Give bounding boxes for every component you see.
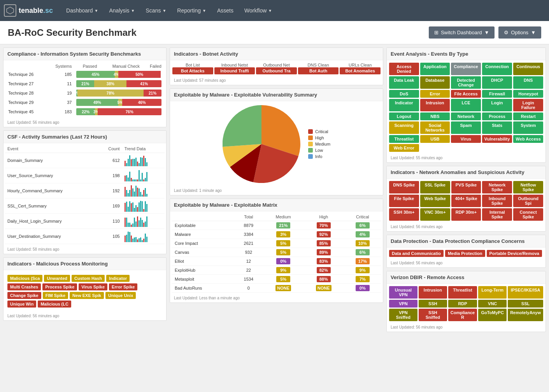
medium-pct[interactable]: 5%: [276, 249, 290, 255]
medium-pct[interactable]: 5%: [276, 276, 290, 282]
event-tag[interactable]: Data Leak: [389, 76, 419, 89]
critical-pct[interactable]: 17%: [356, 258, 370, 264]
botnet-tag[interactable]: Bot Anomalies: [340, 67, 381, 74]
malicious-tag[interactable]: Unique Unix: [105, 292, 136, 299]
event-tag[interactable]: Firewall: [482, 90, 512, 98]
event-tag[interactable]: DNS: [513, 76, 543, 89]
event-tag[interactable]: Detected Change: [451, 76, 481, 89]
nav-reporting[interactable]: Reporting ▼: [172, 0, 212, 21]
malicious-tag[interactable]: Multi Crashes: [7, 283, 41, 290]
network-anomaly-tag[interactable]: 404+ Spike: [451, 195, 481, 207]
network-anomaly-tag[interactable]: RDP 30m+: [451, 208, 481, 221]
malicious-tag[interactable]: Error Spike: [109, 283, 137, 290]
event-tag[interactable]: USB: [420, 135, 450, 143]
malicious-tag[interactable]: Process Spike: [42, 283, 77, 290]
critical-pct[interactable]: 0%: [356, 285, 370, 291]
nav-scans[interactable]: Scans ▼: [140, 0, 172, 21]
verizon-tag[interactable]: Compliance R: [448, 309, 477, 321]
event-tag[interactable]: Restart: [513, 113, 543, 120]
network-anomaly-tag[interactable]: SSH 30m+: [389, 208, 419, 221]
event-tag[interactable]: Scanning: [389, 121, 419, 134]
event-tag[interactable]: Virus: [451, 135, 481, 143]
event-tag[interactable]: Honeypot: [513, 90, 543, 98]
medium-pct[interactable]: 21%: [276, 222, 290, 229]
options-button[interactable]: ⚙ Options ▼: [498, 26, 541, 39]
botnet-tag[interactable]: Bot Attacks: [172, 67, 213, 74]
malicious-tag[interactable]: Custom Hash: [72, 275, 105, 282]
verizon-tag[interactable]: SSL: [508, 300, 543, 308]
critical-pct[interactable]: 9%: [356, 267, 370, 273]
medium-pct[interactable]: NONE: [275, 285, 291, 291]
medium-pct[interactable]: 3%: [276, 231, 290, 237]
event-tag[interactable]: Logout: [389, 113, 419, 120]
malicious-tag[interactable]: Virus Spike: [79, 283, 107, 290]
event-tag[interactable]: Process: [482, 113, 512, 120]
nav-analysis[interactable]: Analysis ▼: [103, 0, 140, 21]
medium-pct[interactable]: 5%: [276, 240, 290, 246]
malicious-tag[interactable]: Unique Win: [7, 301, 36, 308]
network-anomaly-tag[interactable]: Internal Spike: [482, 208, 512, 221]
critical-pct[interactable]: 6%: [356, 249, 370, 255]
verizon-tag[interactable]: VPN Sniffed: [389, 309, 417, 321]
event-tag[interactable]: Network: [451, 113, 481, 120]
event-tag[interactable]: Access Denied: [389, 63, 419, 75]
high-pct[interactable]: 85%: [317, 240, 331, 246]
event-tag[interactable]: Stats: [482, 121, 512, 134]
network-anomaly-tag[interactable]: Netflow Spike: [513, 181, 543, 193]
botnet-tag[interactable]: Inbound Traffi: [214, 67, 255, 74]
verizon-tag[interactable]: Unusual VPN: [389, 286, 417, 299]
botnet-tag[interactable]: Bot Auth: [298, 67, 339, 74]
event-tag[interactable]: NBS: [420, 113, 450, 120]
network-anomaly-tag[interactable]: Connect Spike: [513, 208, 543, 221]
event-tag[interactable]: Web Error: [389, 144, 419, 152]
verizon-tag[interactable]: RemotelyAnyw: [508, 309, 543, 321]
critical-pct[interactable]: 10%: [356, 240, 370, 246]
network-anomaly-tag[interactable]: DNS Spike: [389, 181, 419, 193]
critical-pct[interactable]: 6%: [356, 222, 370, 229]
event-tag[interactable]: Login Failure: [513, 99, 543, 111]
event-tag[interactable]: Continuous: [513, 63, 543, 75]
network-anomaly-tag[interactable]: Network Spike: [482, 181, 512, 193]
data-protection-tag[interactable]: Media Protection: [445, 250, 485, 257]
malicious-tag[interactable]: New EXE Spik: [70, 292, 104, 299]
verizon-tag[interactable]: Threatlist: [448, 286, 477, 299]
malicious-tag[interactable]: Unwanted: [44, 275, 70, 282]
malicious-tag[interactable]: Malicious (LC: [38, 301, 71, 308]
network-anomaly-tag[interactable]: Outbound Spi: [513, 195, 543, 207]
malicious-tag[interactable]: Change Spike: [7, 292, 41, 299]
event-tag[interactable]: Vulnerability: [482, 135, 512, 143]
verizon-tag[interactable]: GoToMyPC: [478, 309, 507, 321]
network-anomaly-tag[interactable]: PVS Spike: [451, 181, 481, 193]
high-pct[interactable]: 92%: [317, 231, 331, 237]
verizon-tag[interactable]: IPSEC/IKE/ISA: [508, 286, 543, 299]
nav-dashboard[interactable]: Dashboard ▼: [61, 0, 103, 21]
network-anomaly-tag[interactable]: SSL Spike: [420, 181, 450, 193]
medium-pct[interactable]: 0%: [276, 258, 290, 264]
verizon-tag[interactable]: VNC: [478, 300, 507, 308]
event-tag[interactable]: File Access: [451, 90, 481, 98]
data-protection-tag[interactable]: Data and Communicatio: [389, 250, 444, 257]
botnet-tag[interactable]: Outbound Tra: [256, 67, 297, 74]
malicious-tag[interactable]: FIM Spike: [43, 292, 68, 299]
verizon-tag[interactable]: RDP: [448, 300, 477, 308]
event-tag[interactable]: Web Access: [513, 135, 543, 143]
event-tag[interactable]: Spam: [451, 121, 481, 134]
verizon-tag[interactable]: SSH Sniffed: [419, 309, 447, 321]
event-tag[interactable]: Login: [482, 99, 512, 111]
critical-pct[interactable]: 4%: [356, 231, 370, 237]
medium-pct[interactable]: 9%: [276, 267, 290, 273]
critical-pct[interactable]: 7%: [356, 276, 370, 282]
data-protection-tag[interactable]: Portable Device/Remova: [487, 250, 542, 257]
event-tag[interactable]: Indicator: [389, 99, 419, 111]
event-tag[interactable]: DoS: [389, 90, 419, 98]
network-anomaly-tag[interactable]: Web Spike: [420, 195, 450, 207]
malicious-tag[interactable]: Indicator: [106, 275, 130, 282]
event-tag[interactable]: System: [513, 121, 543, 134]
network-anomaly-tag[interactable]: VNC 30m+: [420, 208, 450, 221]
event-tag[interactable]: Intrusion: [420, 99, 450, 111]
nav-workflow[interactable]: Workflow ▼: [239, 0, 277, 21]
event-tag[interactable]: Compliance: [451, 63, 481, 75]
high-pct[interactable]: 82%: [317, 267, 331, 273]
event-tag[interactable]: DHCP: [482, 76, 512, 89]
malicious-tag[interactable]: Malicious (Sca: [7, 275, 42, 282]
